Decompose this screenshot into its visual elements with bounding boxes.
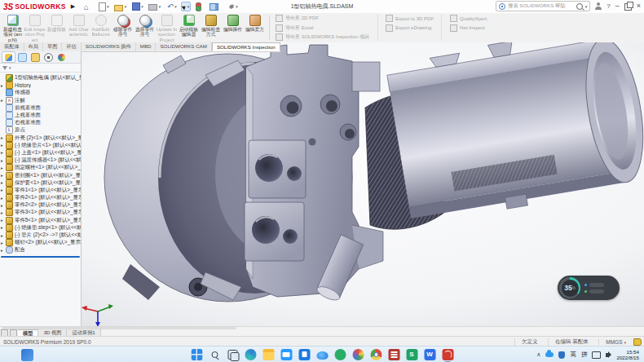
quick-tool-button[interactable]: ▾: [98, 2, 110, 12]
taskbar-app[interactable]: [370, 349, 382, 361]
panel-tab[interactable]: [29, 52, 42, 62]
minimize-button[interactable]: –: [615, 2, 620, 10]
viewport-3d-model[interactable]: [0, 42, 644, 326]
ribbon-button[interactable]: Edit Inspection Project: [24, 14, 46, 42]
quick-tool-button[interactable]: ▾: [195, 2, 205, 12]
command-tab[interactable]: SOLIDWORKS Inspection: [212, 42, 280, 51]
export-menu-item[interactable]: Export eDrawing: [386, 24, 434, 32]
export-menu-item[interactable]: Net-Inspect: [450, 24, 487, 32]
feature-tree-item[interactable]: ▸ 原点: [0, 126, 81, 134]
command-tab[interactable]: 评估: [62, 42, 81, 51]
security-shield-icon[interactable]: [558, 351, 565, 359]
volume-icon[interactable]: [606, 353, 609, 357]
feature-tree-item[interactable]: ▸ (-) 上盖<1> (默认<<默认>_显示状: [0, 149, 81, 157]
feature-tree-item[interactable]: ▸ 配合: [0, 246, 81, 254]
chevron-down-icon[interactable]: ▾: [236, 4, 238, 9]
quick-tool-button[interactable]: ▾: [148, 2, 161, 11]
quick-tool-button[interactable]: ▾: [82, 2, 94, 11]
taskbar-app[interactable]: [280, 349, 293, 361]
command-tab[interactable]: 布局: [24, 42, 43, 51]
feature-tree-item[interactable]: ▸ 上视基准面: [0, 112, 81, 119]
feature-tree-item[interactable]: ▸ 保护套<1> (默认<<默认>_显示状: [0, 179, 81, 187]
tray-chevron-icon[interactable]: ∧: [536, 351, 540, 358]
status-tag-icon[interactable]: [633, 338, 642, 346]
feature-tree-item[interactable]: ▸ 外壳 (2)<1> (默认<<默认>_显示状: [0, 135, 81, 142]
ribbon-button[interactable]: 编辑操作: [222, 14, 244, 42]
export-menu-item[interactable]: 导出至 SOLIDWORKS Inspection 项目: [276, 33, 369, 41]
search-chevron-icon[interactable]: ▾: [585, 4, 588, 9]
widgets-button[interactable]: [21, 349, 33, 361]
export-menu-item[interactable]: 导出至 Excel: [276, 24, 369, 32]
ribbon-button[interactable]: 编辑检查方式: [200, 14, 222, 42]
feature-tree-item[interactable]: ▸ 右视基准面: [0, 119, 81, 126]
ribbon-button[interactable]: 新建检查项目 (amp;N): [2, 14, 24, 42]
ribbon-button[interactable]: 编辑卖方: [244, 14, 266, 42]
chevron-down-icon[interactable]: ▾: [174, 4, 177, 9]
status-chevron-icon[interactable]: ▾: [624, 340, 626, 345]
ime-mode-indicator[interactable]: 拼: [581, 351, 588, 359]
quick-tool-button[interactable]: ▾: [181, 2, 191, 11]
chevron-down-icon[interactable]: ▾: [141, 4, 143, 9]
menu-flyout-arrow-icon[interactable]: ▶: [71, 3, 75, 10]
quick-tool-button[interactable]: ▾: [165, 2, 178, 11]
taskbar-app[interactable]: [388, 349, 400, 361]
ribbon-button[interactable]: Add Characteristic: [68, 14, 90, 42]
command-tab[interactable]: SOLIDWORKS CAM: [156, 42, 211, 51]
record-toggle-1[interactable]: [589, 283, 604, 287]
feature-tree-item[interactable]: ▸ History: [0, 82, 81, 89]
feature-tree-item[interactable]: ▸ 零件1<1> (默认<<默认>_显示状: [0, 187, 81, 194]
close-button[interactable]: ×: [637, 2, 641, 10]
feature-tree-item[interactable]: ▸ (-) 绝缘垫片<1> (默认<<默认>_显: [0, 142, 81, 149]
chevron-down-icon[interactable]: ▾: [124, 4, 126, 9]
taskbar-app[interactable]: [442, 349, 454, 361]
taskbar-app[interactable]: [209, 349, 221, 361]
feature-tree-item[interactable]: ▸ 传感器: [0, 89, 81, 96]
quick-tool-button[interactable]: ▾: [113, 2, 127, 12]
feature-tree-item[interactable]: ▸ (-) 温度传感器<1> (默认<<默认>_: [0, 157, 81, 164]
ribbon-button[interactable]: Add/Edit Balloons: [90, 14, 112, 42]
feature-tree-item[interactable]: ▸ 固定螺栓<1> (默认<<默认>_显示: [0, 164, 81, 171]
display-cast-icon[interactable]: [592, 351, 601, 359]
ime-language-indicator[interactable]: 英: [570, 351, 576, 359]
export-menu-item[interactable]: QualityXpert: [450, 15, 487, 22]
feature-tree-item[interactable]: ▸ 零件5<1> (默认<<默认>_显示状: [0, 217, 81, 224]
tray-clock[interactable]: 15:54 2022/8/15: [616, 349, 639, 360]
command-tab[interactable]: MBD: [136, 42, 157, 51]
ribbon-button[interactable]: Update Inspection Project: [156, 14, 178, 42]
panel-tab[interactable]: [42, 52, 55, 62]
ribbon-button[interactable]: 新建模板: [46, 14, 68, 42]
restore-button[interactable]: [624, 3, 632, 11]
feature-tree-item[interactable]: ▸ 前视基准面: [0, 104, 81, 112]
feature-tree-item[interactable]: ▸ 零件3<1> (默认<<默认>_显示状: [0, 209, 81, 216]
command-tab[interactable]: SOLIDWORKS 插件: [82, 42, 136, 51]
command-tab[interactable]: 草图: [43, 42, 62, 51]
record-toggle-2[interactable]: [589, 289, 604, 294]
taskbar-app[interactable]: S: [406, 349, 418, 361]
export-menu-item[interactable]: Export to 3D PDF: [386, 15, 434, 22]
taskbar-app[interactable]: W: [424, 349, 436, 361]
feature-tree-item[interactable]: ▸ (-) 垫片 (2)<2> ->? (默认<<默认>: [0, 232, 81, 239]
filter-chevron-icon[interactable]: ▾: [9, 65, 11, 70]
search-icon[interactable]: [576, 3, 583, 10]
quick-tool-button[interactable]: ▾: [227, 2, 239, 11]
taskbar-app[interactable]: [298, 349, 311, 361]
ribbon-button[interactable]: 移除零件序号: [112, 14, 134, 42]
chevron-down-icon[interactable]: ▾: [158, 4, 161, 9]
feature-tree-item[interactable]: ▸ 注解: [0, 97, 81, 104]
login-user-icon[interactable]: [595, 2, 602, 10]
taskbar-app[interactable]: [262, 349, 275, 361]
screen-record-widget[interactable]: 35 %: [558, 276, 620, 300]
help-button[interactable]: ?: [607, 2, 610, 10]
feature-tree-item[interactable]: ▸ 零件2<1> (默认<<默认>_显示状: [0, 194, 81, 201]
taskbar-app[interactable]: [352, 349, 364, 361]
command-tab[interactable]: 装配体: [0, 42, 24, 51]
taskbar-app[interactable]: [334, 349, 346, 361]
quick-tool-button[interactable]: ▾: [209, 2, 223, 11]
ribbon-button[interactable]: 选择零件序号: [134, 14, 156, 42]
feature-tree-item[interactable]: ▸ 螺钉<2> (默认<<默认>_显示状态: [0, 239, 81, 246]
taskbar-app[interactable]: [316, 349, 329, 361]
feature-tree-item[interactable]: ▸ 1型铝轴热电偶 (默认<默认_显示状态-1: [0, 74, 81, 82]
filter-funnel-icon[interactable]: [2, 66, 7, 70]
panel-tab[interactable]: [2, 51, 15, 63]
panel-tab[interactable]: [55, 52, 68, 62]
